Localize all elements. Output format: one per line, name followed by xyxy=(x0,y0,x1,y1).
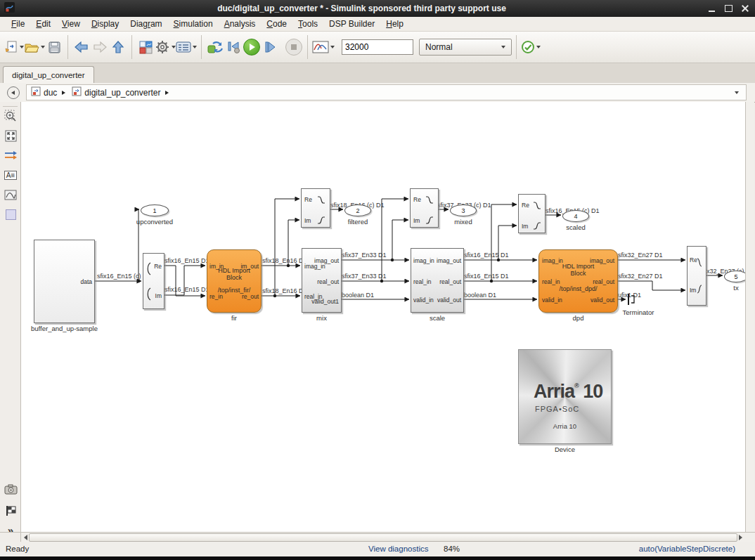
block-complex-to-real-imag[interactable]: Re Im xyxy=(143,253,164,309)
annotation-icon: A≡ xyxy=(4,171,18,180)
viewmarks-button[interactable] xyxy=(3,503,18,519)
area-icon xyxy=(6,209,16,220)
image-annotation-button[interactable] xyxy=(3,187,18,202)
maximize-button[interactable] xyxy=(721,3,735,14)
annotation-button[interactable]: A≡ xyxy=(3,167,18,183)
outport-filtered[interactable]: 2 filtered xyxy=(344,204,371,216)
menu-item-diagram[interactable]: Diagram xyxy=(124,18,167,30)
run-button[interactable] xyxy=(243,37,261,57)
simulation-display-button[interactable] xyxy=(312,37,335,57)
new-model-icon xyxy=(4,40,18,54)
outport-upconverted[interactable]: 1 upconverted xyxy=(141,204,169,216)
block-name: fir xyxy=(231,314,237,322)
zoom-tool-button[interactable] xyxy=(3,108,18,124)
horizontal-scrollbar[interactable] xyxy=(21,532,745,542)
block-real-imag-to-complex-filtered[interactable]: Re Im xyxy=(301,188,330,228)
signal-label: sfix37_En33 D1 xyxy=(342,273,387,280)
scroll-left-arrow[interactable] xyxy=(24,535,27,540)
outport-tx[interactable]: 5 tx xyxy=(724,271,745,282)
fit-to-view-button[interactable] xyxy=(3,128,18,143)
breadcrumb-dropdown-caret[interactable] xyxy=(735,91,739,94)
minimize-button[interactable] xyxy=(704,3,718,14)
signal-wires[interactable] xyxy=(21,102,745,532)
block-mix[interactable]: imag_out imag_in real_out real_in valid_… xyxy=(302,248,342,313)
save-icon xyxy=(48,41,61,54)
step-forward-button[interactable] xyxy=(261,37,279,57)
signal-label: ufix1 D1 xyxy=(618,292,641,299)
new-model-button[interactable] xyxy=(4,37,24,57)
horizontal-scroll-thumb[interactable] xyxy=(29,533,737,542)
up-button[interactable] xyxy=(109,37,127,57)
scope-icon xyxy=(312,40,329,54)
stop-button[interactable] xyxy=(285,37,303,57)
tab-digital-up-converter[interactable]: digital_up_converter xyxy=(3,66,94,83)
palette-corner xyxy=(0,532,21,542)
signal-label: sfix16_En15 D1 xyxy=(164,257,209,264)
device-brand: Arria® 10 xyxy=(534,381,602,403)
port-label: tx xyxy=(733,284,738,292)
toolbar: Normal xyxy=(0,32,755,63)
block-name: buffer_and_up-sample xyxy=(31,325,98,332)
vertical-scrollbar[interactable] xyxy=(745,102,754,532)
up-icon xyxy=(112,40,124,54)
model-canvas[interactable]: sfix16_En15 (c) D1 sfix16_En15 D1 sfix16… xyxy=(21,102,745,532)
block-buffer-and-up-sample[interactable]: data buffer_and_up-sample xyxy=(34,240,95,323)
menu-item-display[interactable]: Display xyxy=(86,18,124,30)
open-button[interactable] xyxy=(24,37,45,57)
save-button[interactable] xyxy=(45,37,63,57)
screenshot-button[interactable] xyxy=(3,481,18,497)
simulation-mode-value: Normal xyxy=(425,42,453,52)
menu-item-analysis[interactable]: Analysis xyxy=(219,18,262,30)
palette-separator xyxy=(3,106,18,107)
view-diagnostics-link[interactable]: View diagnostics xyxy=(368,545,428,553)
step-back-button[interactable] xyxy=(224,37,243,57)
close-button[interactable] xyxy=(738,3,752,14)
back-icon xyxy=(74,41,89,53)
breadcrumb-back-icon xyxy=(11,91,15,95)
dropdown-caret xyxy=(330,46,335,48)
menu-item-file[interactable]: File xyxy=(6,18,30,30)
close-icon xyxy=(742,5,749,12)
menu-item-view[interactable]: View xyxy=(56,18,86,30)
library-browser-button[interactable] xyxy=(136,37,155,57)
tab-label: digital_up_converter xyxy=(12,71,85,79)
breadcrumb-field[interactable]: duc digital_up_converter xyxy=(26,84,747,100)
menu-item-help[interactable]: Help xyxy=(380,18,409,30)
area-button[interactable] xyxy=(3,207,18,222)
titlebar: duc/digital_up_converter * - Simulink sp… xyxy=(0,0,755,17)
forward-button[interactable] xyxy=(91,37,109,57)
simulation-mode-select[interactable]: Normal xyxy=(419,39,512,56)
device-tagline: FPGA•SoC xyxy=(535,405,579,413)
route-icon xyxy=(4,150,18,160)
block-dpd[interactable]: imag_in imag_out HDL Import Block real_i… xyxy=(538,249,618,313)
stop-time-input[interactable] xyxy=(342,39,413,55)
menu-item-edit[interactable]: Edit xyxy=(30,18,56,30)
menu-item-tools[interactable]: Tools xyxy=(292,18,323,30)
block-device-arria10[interactable]: Arria® 10 FPGA•SoC Arria 10 Device xyxy=(518,349,612,444)
signal-routing-button[interactable] xyxy=(3,148,18,163)
block-real-imag-to-complex-tx[interactable]: Re Im xyxy=(687,246,706,306)
maximize-icon xyxy=(725,5,733,12)
scroll-right-arrow[interactable] xyxy=(739,535,742,540)
signal-label: sfix32_En27 D1 xyxy=(618,273,663,280)
menu-item-simulation[interactable]: Simulation xyxy=(168,18,219,30)
solver-link[interactable]: auto(VariableStepDiscrete) xyxy=(639,545,735,553)
breadcrumb-item-digital-up-converter[interactable]: digital_up_converter xyxy=(84,88,160,98)
model-advisor-check-button[interactable] xyxy=(521,37,541,57)
outport-scaled[interactable]: 4 scaled xyxy=(562,210,589,222)
breadcrumb-back-button[interactable] xyxy=(7,86,20,99)
menu-item-code[interactable]: Code xyxy=(261,18,292,30)
model-config-button[interactable] xyxy=(176,37,197,57)
run-icon xyxy=(243,39,260,56)
menu-item-dsp-builder[interactable]: DSP Builder xyxy=(323,18,380,30)
block-real-imag-to-complex-scaled[interactable]: Re Im xyxy=(518,194,546,233)
update-diagram-button[interactable] xyxy=(206,37,224,57)
outport-mixed[interactable]: 3 mixed xyxy=(450,204,477,216)
breadcrumb-item-duc[interactable]: duc xyxy=(44,88,57,98)
block-fir[interactable]: im_in im_out HDL Import Block /top/inst_… xyxy=(207,249,262,313)
block-scale[interactable]: imag_in imag_out real_in real_out valid_… xyxy=(411,248,464,313)
settings-button[interactable] xyxy=(155,37,176,57)
update-diagram-icon xyxy=(207,39,224,55)
block-real-imag-to-complex-mixed[interactable]: Re Im xyxy=(410,188,439,228)
back-button[interactable] xyxy=(72,37,91,57)
